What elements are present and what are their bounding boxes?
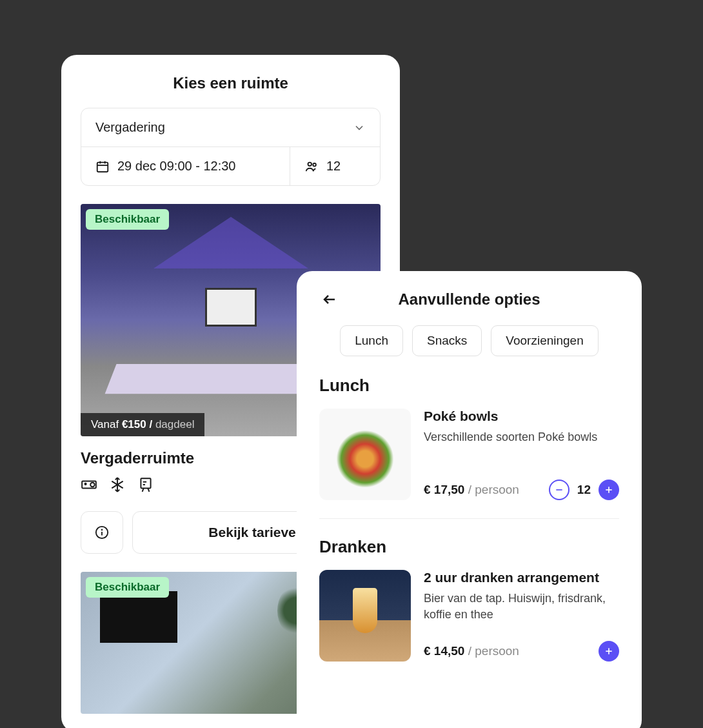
price-unit: dagdeel — [155, 418, 195, 430]
option-image — [319, 409, 411, 500]
decrement-button[interactable] — [549, 480, 569, 500]
price-per: / persoon — [468, 483, 519, 496]
options-header: Aanvullende opties — [319, 290, 619, 308]
svg-rect-6 — [82, 481, 96, 489]
svg-point-23 — [102, 529, 103, 530]
increment-button[interactable] — [599, 641, 619, 662]
svg-point-4 — [308, 162, 312, 166]
price-strip: Vanaf €150 / dagdeel — [81, 413, 204, 436]
projector-icon — [81, 476, 97, 493]
increment-button[interactable] — [599, 480, 619, 500]
back-button[interactable] — [319, 289, 340, 310]
people-icon — [304, 159, 319, 174]
options-title: Aanvullende opties — [319, 290, 619, 308]
info-button[interactable] — [81, 511, 123, 554]
option-description: Verschillende soorten Poké bowls — [424, 429, 619, 445]
svg-point-7 — [90, 483, 95, 487]
category-tabs: Lunch Snacks Voorzieningen — [319, 325, 619, 356]
room-type-select[interactable]: Vergadering — [81, 108, 380, 147]
date-time-value: 29 dec 09:00 - 12:30 — [117, 159, 235, 174]
flipchart-icon — [137, 476, 154, 493]
tab-lunch[interactable]: Lunch — [340, 325, 403, 356]
section-heading: Dranken — [319, 537, 619, 557]
option-item: Poké bowls Verschillende soorten Poké bo… — [319, 409, 619, 519]
option-image — [319, 570, 411, 662]
chevron-down-icon — [353, 121, 366, 134]
people-count-value: 12 — [326, 159, 341, 174]
tab-voorzieningen[interactable]: Voorzieningen — [491, 325, 598, 356]
date-time-picker[interactable]: 29 dec 09:00 - 12:30 — [81, 147, 290, 185]
option-name: Poké bowls — [424, 409, 619, 424]
info-icon — [95, 525, 109, 540]
option-price: € 17,50 / persoon — [424, 483, 519, 497]
room-type-value: Vergadering — [95, 120, 165, 135]
option-item: 2 uur dranken arrangement Bier van de ta… — [319, 570, 619, 680]
filters-group: Vergadering 29 dec 09:00 - 12:30 12 — [81, 108, 381, 186]
calendar-icon — [95, 159, 110, 174]
section-heading: Lunch — [319, 376, 619, 396]
minus-icon — [554, 485, 564, 495]
svg-rect-16 — [141, 478, 150, 488]
people-count-picker[interactable]: 12 — [290, 147, 380, 185]
price-per: / persoon — [468, 644, 519, 658]
availability-badge: Beschikbaar — [86, 577, 169, 598]
tab-snacks[interactable]: Snacks — [412, 325, 482, 356]
option-description: Bier van de tap. Huiswijn, frisdrank, ko… — [424, 591, 619, 623]
airco-icon — [109, 476, 126, 493]
availability-badge: Beschikbaar — [86, 209, 169, 230]
quantity-stepper — [599, 641, 619, 662]
option-name: 2 uur dranken arrangement — [424, 570, 619, 585]
price-amount: € 17,50 — [424, 483, 464, 496]
option-price: € 14,50 / persoon — [424, 644, 519, 658]
option-body: Poké bowls Verschillende soorten Poké bo… — [424, 409, 619, 500]
price-amount: € 14,50 — [424, 644, 464, 658]
price-prefix: Vanaf — [91, 418, 119, 430]
option-body: 2 uur dranken arrangement Bier van de ta… — [424, 570, 619, 662]
plus-icon — [604, 485, 614, 495]
svg-point-8 — [85, 483, 86, 485]
options-card: Aanvullende opties Lunch Snacks Voorzien… — [297, 271, 642, 728]
quantity-value: 12 — [577, 483, 591, 497]
arrow-left-icon — [322, 292, 337, 307]
price-amount: €150 / — [122, 418, 152, 430]
svg-point-5 — [313, 163, 316, 166]
quantity-stepper: 12 — [549, 480, 619, 500]
plus-icon — [604, 646, 614, 656]
svg-rect-0 — [97, 162, 108, 172]
rooms-title: Kies een ruimte — [81, 74, 381, 92]
